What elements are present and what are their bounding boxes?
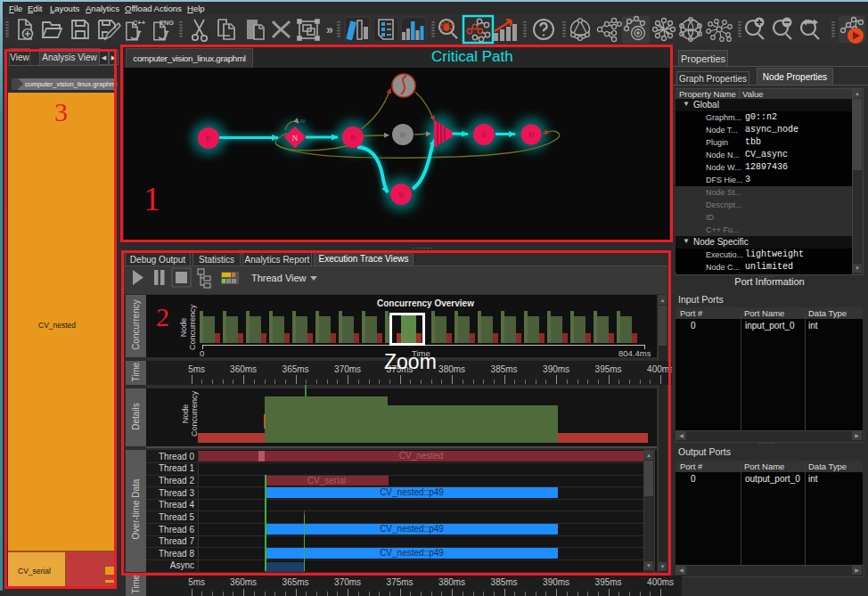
- svg-text:f(): f(): [398, 192, 404, 198]
- svg-text:PNG: PNG: [160, 19, 174, 27]
- svg-text:f(): f(): [350, 135, 356, 141]
- svg-text:»: »: [326, 22, 333, 37]
- svg-text:f(): f(): [400, 132, 405, 138]
- svg-text:N: N: [292, 134, 299, 143]
- svg-text:((((: ((((: [300, 118, 306, 123]
- svg-text:f(): f(): [528, 132, 534, 138]
- svg-text:f(): f(): [206, 135, 211, 142]
- svg-text:C++: C++: [133, 19, 146, 27]
- svg-text:Thread View: Thread View: [251, 273, 307, 283]
- svg-text:f(): f(): [481, 132, 487, 138]
